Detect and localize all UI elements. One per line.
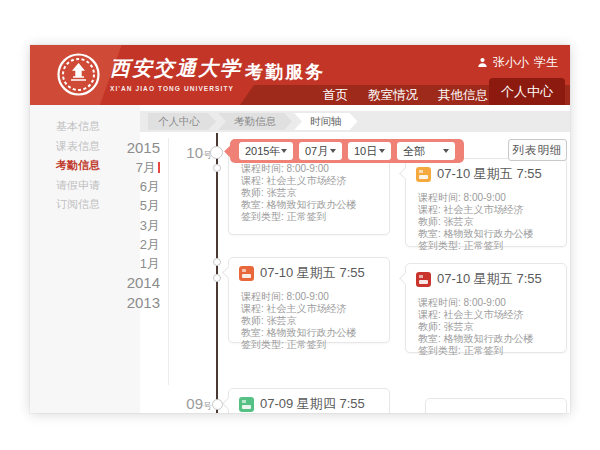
list-detail-button[interactable]: 列表明细 <box>508 139 567 161</box>
field-label: 教室: <box>418 228 441 239</box>
attendance-card[interactable]: 07-10 星期五 7:55 课程时间: 8:00-9:00 课程: 社会主义市… <box>228 257 390 343</box>
attendance-card[interactable]: 07-09 星期四 7:55 <box>228 388 390 413</box>
field-value: 张芸京 <box>444 321 474 332</box>
field-label: 教师: <box>418 321 441 332</box>
chevron-down-icon <box>379 149 385 153</box>
chevron-down-icon <box>443 149 449 153</box>
field-value: 格物致知行政办公楼 <box>267 327 357 338</box>
field-label: 课程时间: <box>241 163 284 174</box>
timeline-axis <box>216 133 218 413</box>
field-value: 张芸京 <box>444 216 474 227</box>
nav-other-info[interactable]: 其他信息 <box>438 87 488 104</box>
sidebar-item-basic-info[interactable]: 基本信息 <box>30 117 140 137</box>
card-date: 07-10 星期五 7:55 <box>437 270 542 288</box>
university-logo-icon <box>56 52 101 97</box>
field-value: 正常签到 <box>287 211 327 222</box>
app-window: 西安交通大学 XI'AN JIAO TONG UNIVERSITY 考勤服务 张… <box>30 45 570 413</box>
current-month-marker <box>158 162 160 173</box>
field-value: 正常签到 <box>287 339 327 350</box>
user-info[interactable]: 张小小 学生 <box>477 54 558 71</box>
content-area: 基本信息 课表信息 考勤信息 请假申请 订阅信息 个人中心 考勤信息 时间轴 2… <box>30 105 570 413</box>
field-value: 张芸京 <box>267 187 297 198</box>
attendance-card[interactable]: 07-10 星期五 7:55 课程时间: 8:00-9:00 课程: 社会主义市… <box>405 263 567 353</box>
university-name-block: 西安交通大学 XI'AN JIAO TONG UNIVERSITY <box>110 55 242 92</box>
calendar-stamp-icon <box>416 167 431 182</box>
university-name-en: XI'AN JIAO TONG UNIVERSITY <box>110 85 242 92</box>
nav-personal-center-active-tab[interactable]: 个人中心 <box>489 78 565 105</box>
field-label: 课程时间: <box>241 291 284 302</box>
attendance-card-clipped[interactable] <box>425 398 567 413</box>
breadcrumb-personal-center[interactable]: 个人中心 <box>148 113 216 130</box>
timeline-dot-mid-1[interactable] <box>213 258 221 266</box>
month-select[interactable]: 07月 <box>299 142 342 160</box>
field-value: 格物致知行政办公楼 <box>444 333 534 344</box>
field-value: 社会主义市场经济 <box>444 204 524 215</box>
field-label: 课程: <box>241 303 264 314</box>
card-date: 07-09 星期四 7:55 <box>260 395 365 413</box>
calendar-stamp-icon <box>416 272 431 287</box>
month-feb[interactable]: 2月 <box>118 235 160 254</box>
field-value: 社会主义市场经济 <box>267 175 347 186</box>
university-name-cn: 西安交通大学 <box>110 55 242 82</box>
breadcrumb-attendance-info[interactable]: 考勤信息 <box>218 113 292 130</box>
field-label: 教室: <box>241 327 264 338</box>
calendar-stamp-icon <box>239 266 254 281</box>
field-value: 正常签到 <box>464 345 504 356</box>
year-2013[interactable]: 2013 <box>118 293 160 313</box>
field-value: 8:00-9:00 <box>287 291 329 302</box>
field-label: 签到类型: <box>418 345 461 356</box>
field-label: 课程: <box>241 175 264 186</box>
year-select[interactable]: 2015年 <box>239 142 293 160</box>
user-name: 张小小 <box>493 54 529 71</box>
timeline-dot-mid-2[interactable] <box>213 274 221 282</box>
field-value: 8:00-9:00 <box>464 297 506 308</box>
breadcrumb-timeline[interactable]: 时间轴 <box>294 113 358 130</box>
app-header: 西安交通大学 XI'AN JIAO TONG UNIVERSITY 考勤服务 张… <box>30 45 570 105</box>
card-date: 07-10 星期五 7:55 <box>260 264 365 282</box>
field-value: 正常签到 <box>464 240 504 251</box>
year-column-divider <box>168 138 169 385</box>
field-label: 签到类型: <box>418 240 461 251</box>
month-may[interactable]: 5月 <box>118 196 160 215</box>
timeline-year-list: 2015 7月 6月 5月 3月 2月 1月 2014 2013 <box>118 138 160 313</box>
month-jun[interactable]: 6月 <box>118 177 160 196</box>
timeline-dot-day10-large[interactable] <box>210 146 223 159</box>
type-select[interactable]: 全部 <box>397 142 455 160</box>
month-jan[interactable]: 1月 <box>118 254 160 273</box>
person-icon <box>477 57 488 68</box>
field-label: 课程时间: <box>418 192 461 203</box>
field-label: 签到类型: <box>241 211 284 222</box>
field-value: 8:00-9:00 <box>464 192 506 203</box>
field-label: 课程时间: <box>418 297 461 308</box>
field-value: 格物致知行政办公楼 <box>444 228 534 239</box>
field-label: 签到类型: <box>241 339 284 350</box>
year-2014[interactable]: 2014 <box>118 273 160 293</box>
chevron-down-icon <box>281 149 287 153</box>
timeline-day-09: 09号 <box>178 395 212 413</box>
month-jul[interactable]: 7月 <box>118 158 160 177</box>
nav-classroom-status[interactable]: 教室情况 <box>368 87 418 104</box>
field-label: 课程: <box>418 204 441 215</box>
breadcrumb: 个人中心 考勤信息 时间轴 <box>140 111 570 132</box>
attendance-card[interactable]: 07-10 星期五 7:55 课程时间: 8:00-9:00 课程: 社会主义市… <box>405 158 567 247</box>
calendar-stamp-icon <box>239 397 254 412</box>
chevron-down-icon <box>330 149 336 153</box>
card-date: 07-10 星期五 7:55 <box>437 165 542 183</box>
year-2015[interactable]: 2015 <box>118 138 160 158</box>
field-value: 社会主义市场经济 <box>267 303 347 314</box>
timeline-dot-day10-small[interactable] <box>213 164 221 172</box>
day-select[interactable]: 10日 <box>348 142 391 160</box>
timeline-dot-day09[interactable] <box>212 399 223 410</box>
field-label: 教室: <box>418 333 441 344</box>
field-value: 社会主义市场经济 <box>444 309 524 320</box>
user-role: 学生 <box>534 54 558 71</box>
nav-home[interactable]: 首页 <box>323 87 348 104</box>
field-value: 格物致知行政办公楼 <box>267 199 357 210</box>
field-label: 教师: <box>418 216 441 227</box>
field-value: 张芸京 <box>267 315 297 326</box>
app-title: 考勤服务 <box>245 60 325 84</box>
field-label: 教师: <box>241 187 264 198</box>
field-label: 教师: <box>241 315 264 326</box>
field-value: 8:00-9:00 <box>287 163 329 174</box>
month-mar[interactable]: 3月 <box>118 216 160 235</box>
